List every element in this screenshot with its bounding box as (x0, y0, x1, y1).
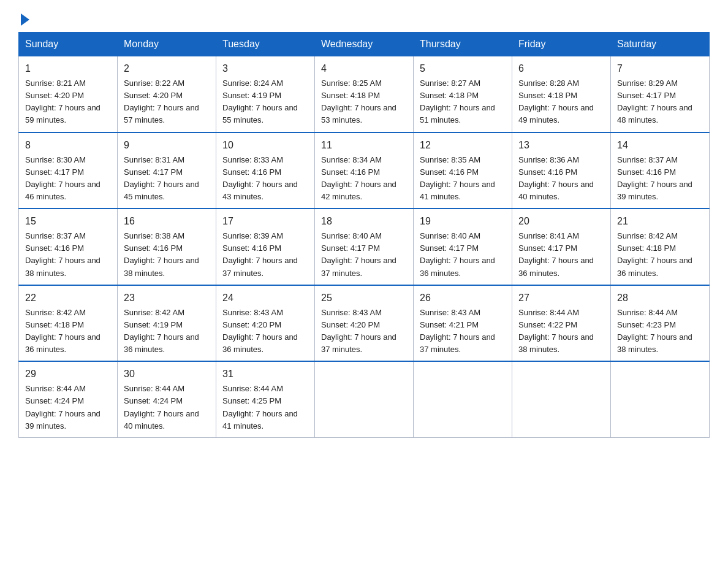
day-info: Sunrise: 8:41 AMSunset: 4:17 PMDaylight:… (518, 231, 594, 277)
day-number: 4 (321, 61, 407, 76)
calendar-cell (315, 361, 414, 437)
calendar-cell: 19 Sunrise: 8:40 AMSunset: 4:17 PMDaylig… (414, 209, 512, 285)
day-info: Sunrise: 8:44 AMSunset: 4:22 PMDaylight:… (518, 308, 594, 354)
day-number: 15 (25, 214, 111, 229)
calendar-cell: 24 Sunrise: 8:43 AMSunset: 4:20 PMDaylig… (216, 285, 315, 362)
day-number: 19 (420, 214, 506, 229)
day-number: 26 (420, 291, 506, 305)
day-number: 11 (321, 138, 407, 153)
day-number: 7 (617, 61, 703, 76)
calendar-cell: 7 Sunrise: 8:29 AMSunset: 4:17 PMDayligh… (611, 56, 710, 132)
calendar-cell: 20 Sunrise: 8:41 AMSunset: 4:17 PMDaylig… (512, 209, 611, 285)
day-number: 8 (25, 138, 111, 153)
day-info: Sunrise: 8:30 AMSunset: 4:17 PMDaylight:… (25, 155, 100, 201)
day-number: 10 (222, 138, 308, 153)
day-info: Sunrise: 8:22 AMSunset: 4:20 PMDaylight:… (124, 79, 199, 124)
calendar-cell: 29 Sunrise: 8:44 AMSunset: 4:24 PMDaylig… (19, 361, 118, 437)
calendar-cell (512, 361, 611, 437)
day-number: 20 (518, 214, 604, 229)
day-number: 29 (25, 367, 111, 381)
day-number: 12 (420, 138, 506, 153)
calendar-cell: 18 Sunrise: 8:40 AMSunset: 4:17 PMDaylig… (315, 209, 414, 285)
calendar-cell: 5 Sunrise: 8:27 AMSunset: 4:18 PMDayligh… (414, 56, 512, 132)
weekday-header-sunday: Sunday (19, 33, 118, 56)
day-info: Sunrise: 8:44 AMSunset: 4:24 PMDaylight:… (25, 384, 100, 430)
day-info: Sunrise: 8:44 AMSunset: 4:24 PMDaylight:… (124, 384, 199, 430)
day-info: Sunrise: 8:37 AMSunset: 4:16 PMDaylight:… (617, 155, 692, 201)
day-number: 17 (222, 214, 308, 229)
week-row-1: 1 Sunrise: 8:21 AMSunset: 4:20 PMDayligh… (19, 56, 710, 132)
weekday-header-saturday: Saturday (611, 33, 710, 56)
logo (18, 12, 29, 26)
day-info: Sunrise: 8:33 AMSunset: 4:16 PMDaylight:… (222, 155, 298, 201)
day-info: Sunrise: 8:21 AMSunset: 4:20 PMDaylight:… (25, 79, 100, 124)
calendar-cell: 28 Sunrise: 8:44 AMSunset: 4:23 PMDaylig… (611, 285, 710, 362)
calendar-cell: 25 Sunrise: 8:43 AMSunset: 4:20 PMDaylig… (315, 285, 414, 362)
day-info: Sunrise: 8:42 AMSunset: 4:18 PMDaylight:… (617, 231, 692, 277)
calendar-cell: 27 Sunrise: 8:44 AMSunset: 4:22 PMDaylig… (512, 285, 611, 362)
day-info: Sunrise: 8:42 AMSunset: 4:18 PMDaylight:… (25, 308, 100, 354)
calendar-table: SundayMondayTuesdayWednesdayThursdayFrid… (18, 32, 710, 438)
calendar-cell: 23 Sunrise: 8:42 AMSunset: 4:19 PMDaylig… (118, 285, 216, 362)
weekday-header-row: SundayMondayTuesdayWednesdayThursdayFrid… (19, 33, 710, 56)
day-info: Sunrise: 8:42 AMSunset: 4:19 PMDaylight:… (124, 308, 199, 354)
calendar-cell: 16 Sunrise: 8:38 AMSunset: 4:16 PMDaylig… (118, 209, 216, 285)
day-number: 2 (124, 61, 210, 76)
day-info: Sunrise: 8:44 AMSunset: 4:25 PMDaylight:… (222, 384, 298, 430)
day-number: 16 (124, 214, 210, 229)
day-info: Sunrise: 8:28 AMSunset: 4:18 PMDaylight:… (518, 79, 594, 124)
calendar-cell: 3 Sunrise: 8:24 AMSunset: 4:19 PMDayligh… (216, 56, 315, 132)
day-info: Sunrise: 8:39 AMSunset: 4:16 PMDaylight:… (222, 231, 298, 277)
day-number: 25 (321, 291, 407, 305)
day-number: 14 (617, 138, 703, 153)
day-info: Sunrise: 8:43 AMSunset: 4:20 PMDaylight:… (321, 308, 396, 354)
day-info: Sunrise: 8:29 AMSunset: 4:17 PMDaylight:… (617, 79, 692, 124)
calendar-cell: 22 Sunrise: 8:42 AMSunset: 4:18 PMDaylig… (19, 285, 118, 362)
day-info: Sunrise: 8:43 AMSunset: 4:20 PMDaylight:… (222, 308, 298, 354)
calendar-cell: 4 Sunrise: 8:25 AMSunset: 4:18 PMDayligh… (315, 56, 414, 132)
day-info: Sunrise: 8:40 AMSunset: 4:17 PMDaylight:… (321, 231, 396, 277)
day-info: Sunrise: 8:25 AMSunset: 4:18 PMDaylight:… (321, 79, 396, 124)
calendar-cell: 12 Sunrise: 8:35 AMSunset: 4:16 PMDaylig… (414, 132, 512, 209)
day-info: Sunrise: 8:40 AMSunset: 4:17 PMDaylight:… (420, 231, 495, 277)
day-number: 6 (518, 61, 604, 76)
weekday-header-wednesday: Wednesday (315, 33, 414, 56)
day-number: 27 (518, 291, 604, 305)
day-info: Sunrise: 8:31 AMSunset: 4:17 PMDaylight:… (124, 155, 199, 201)
week-row-5: 29 Sunrise: 8:44 AMSunset: 4:24 PMDaylig… (19, 361, 710, 437)
day-number: 23 (124, 291, 210, 305)
calendar-cell: 26 Sunrise: 8:43 AMSunset: 4:21 PMDaylig… (414, 285, 512, 362)
day-info: Sunrise: 8:38 AMSunset: 4:16 PMDaylight:… (124, 231, 199, 277)
day-number: 5 (420, 61, 506, 76)
weekday-header-monday: Monday (118, 33, 216, 56)
calendar-cell: 2 Sunrise: 8:22 AMSunset: 4:20 PMDayligh… (118, 56, 216, 132)
calendar-cell: 15 Sunrise: 8:37 AMSunset: 4:16 PMDaylig… (19, 209, 118, 285)
day-number: 28 (617, 291, 703, 305)
calendar-cell: 31 Sunrise: 8:44 AMSunset: 4:25 PMDaylig… (216, 361, 315, 437)
calendar-cell (414, 361, 512, 437)
calendar-cell: 17 Sunrise: 8:39 AMSunset: 4:16 PMDaylig… (216, 209, 315, 285)
calendar-cell: 13 Sunrise: 8:36 AMSunset: 4:16 PMDaylig… (512, 132, 611, 209)
calendar-cell: 8 Sunrise: 8:30 AMSunset: 4:17 PMDayligh… (19, 132, 118, 209)
calendar-cell: 1 Sunrise: 8:21 AMSunset: 4:20 PMDayligh… (19, 56, 118, 132)
day-info: Sunrise: 8:24 AMSunset: 4:19 PMDaylight:… (222, 79, 298, 124)
calendar-cell: 14 Sunrise: 8:37 AMSunset: 4:16 PMDaylig… (611, 132, 710, 209)
weekday-header-thursday: Thursday (414, 33, 512, 56)
day-info: Sunrise: 8:44 AMSunset: 4:23 PMDaylight:… (617, 308, 692, 354)
calendar-cell: 21 Sunrise: 8:42 AMSunset: 4:18 PMDaylig… (611, 209, 710, 285)
day-number: 13 (518, 138, 604, 153)
week-row-2: 8 Sunrise: 8:30 AMSunset: 4:17 PMDayligh… (19, 132, 710, 209)
day-info: Sunrise: 8:34 AMSunset: 4:16 PMDaylight:… (321, 155, 396, 201)
calendar-cell: 11 Sunrise: 8:34 AMSunset: 4:16 PMDaylig… (315, 132, 414, 209)
day-info: Sunrise: 8:35 AMSunset: 4:16 PMDaylight:… (420, 155, 495, 201)
day-info: Sunrise: 8:27 AMSunset: 4:18 PMDaylight:… (420, 79, 495, 124)
week-row-3: 15 Sunrise: 8:37 AMSunset: 4:16 PMDaylig… (19, 209, 710, 285)
calendar-cell: 10 Sunrise: 8:33 AMSunset: 4:16 PMDaylig… (216, 132, 315, 209)
calendar-cell: 30 Sunrise: 8:44 AMSunset: 4:24 PMDaylig… (118, 361, 216, 437)
day-number: 9 (124, 138, 210, 153)
day-number: 18 (321, 214, 407, 229)
day-number: 3 (222, 61, 308, 76)
calendar-cell: 9 Sunrise: 8:31 AMSunset: 4:17 PMDayligh… (118, 132, 216, 209)
day-number: 31 (222, 367, 308, 381)
day-number: 22 (25, 291, 111, 305)
